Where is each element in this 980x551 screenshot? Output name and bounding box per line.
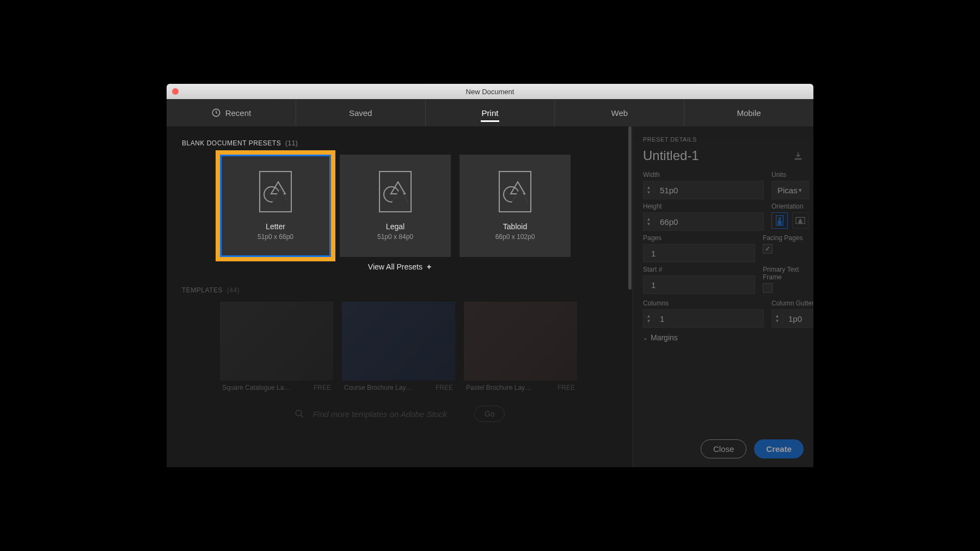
scrollbar[interactable] bbox=[628, 126, 632, 290]
plus-icon: + bbox=[427, 262, 431, 271]
template-card[interactable]: Course Brochure Lay…FREE bbox=[342, 302, 455, 395]
stock-search-input[interactable] bbox=[313, 409, 465, 419]
view-all-presets[interactable]: View All Presets+ bbox=[182, 262, 617, 271]
template-thumbnail bbox=[342, 302, 455, 381]
document-name-input[interactable] bbox=[643, 148, 774, 163]
document-icon bbox=[379, 171, 412, 212]
presets-panel: BLANK DOCUMENT PRESETS (11) Letter 51p0 … bbox=[167, 126, 633, 467]
new-document-dialog: New Document Recent Saved Print Web Mobi… bbox=[167, 84, 813, 467]
chevron-down-icon: ▼ bbox=[798, 187, 803, 193]
facing-pages-checkbox[interactable] bbox=[763, 244, 773, 254]
preset-legal[interactable]: Legal 51p0 x 84p0 bbox=[340, 155, 451, 257]
orientation-portrait[interactable] bbox=[771, 212, 788, 229]
template-card[interactable]: Square Catalogue La…FREE bbox=[220, 302, 333, 395]
preset-letter[interactable]: Letter 51p0 x 66p0 bbox=[220, 155, 331, 257]
gutter-input[interactable]: ▲▼ bbox=[771, 309, 813, 328]
preset-tabloid[interactable]: Tabloid 66p0 x 102p0 bbox=[460, 155, 571, 257]
stepper-up-icon[interactable]: ▲ bbox=[644, 185, 654, 190]
template-thumbnail bbox=[220, 302, 333, 381]
svg-point-3 bbox=[779, 217, 781, 220]
columns-input[interactable]: ▲▼ bbox=[643, 309, 764, 328]
tab-saved[interactable]: Saved bbox=[296, 99, 426, 126]
go-button[interactable]: Go bbox=[474, 406, 505, 422]
search-icon bbox=[295, 409, 304, 419]
document-icon bbox=[499, 171, 531, 212]
width-input[interactable]: ▲▼ bbox=[643, 181, 764, 199]
clock-icon bbox=[211, 108, 221, 118]
templates-heading: TEMPLATES (44) bbox=[182, 286, 617, 294]
close-button[interactable]: Close bbox=[701, 439, 746, 458]
stepper-up-icon[interactable]: ▲ bbox=[644, 314, 654, 319]
primary-text-frame-checkbox[interactable] bbox=[763, 283, 773, 293]
template-thumbnail bbox=[464, 302, 577, 381]
tab-recent[interactable]: Recent bbox=[167, 99, 296, 126]
margins-section[interactable]: ⌄ Margins bbox=[643, 333, 804, 342]
stepper-up-icon[interactable]: ▲ bbox=[772, 314, 782, 319]
start-number-input[interactable] bbox=[643, 276, 755, 294]
height-input[interactable]: ▲▼ bbox=[643, 212, 764, 231]
document-icon bbox=[259, 171, 292, 212]
stepper-down-icon[interactable]: ▼ bbox=[644, 222, 654, 226]
pages-input[interactable] bbox=[643, 244, 755, 262]
blank-presets-heading: BLANK DOCUMENT PRESETS (11) bbox=[182, 139, 617, 147]
svg-point-1 bbox=[296, 410, 302, 416]
stepper-up-icon[interactable]: ▲ bbox=[644, 217, 654, 222]
stepper-down-icon[interactable]: ▼ bbox=[772, 319, 782, 323]
preset-details-heading: PRESET DETAILS bbox=[643, 136, 804, 143]
titlebar: New Document bbox=[167, 84, 813, 99]
stepper-down-icon[interactable]: ▼ bbox=[644, 319, 654, 323]
category-tabs: Recent Saved Print Web Mobile bbox=[167, 99, 813, 126]
create-button[interactable]: Create bbox=[754, 439, 804, 458]
tab-mobile[interactable]: Mobile bbox=[684, 99, 813, 126]
window-title: New Document bbox=[167, 88, 813, 96]
stepper-down-icon[interactable]: ▼ bbox=[644, 190, 654, 195]
tab-print[interactable]: Print bbox=[426, 99, 555, 126]
units-select[interactable]: Picas ▼ bbox=[771, 181, 809, 199]
orientation-landscape[interactable] bbox=[792, 212, 808, 229]
template-card[interactable]: Pastel Brochure Lay…FREE bbox=[464, 302, 577, 395]
chevron-down-icon: ⌄ bbox=[643, 335, 647, 341]
tab-web[interactable]: Web bbox=[555, 99, 684, 126]
save-preset-icon[interactable] bbox=[793, 151, 804, 160]
preset-details-panel: PRESET DETAILS Width ▲▼ Units bbox=[633, 126, 813, 467]
